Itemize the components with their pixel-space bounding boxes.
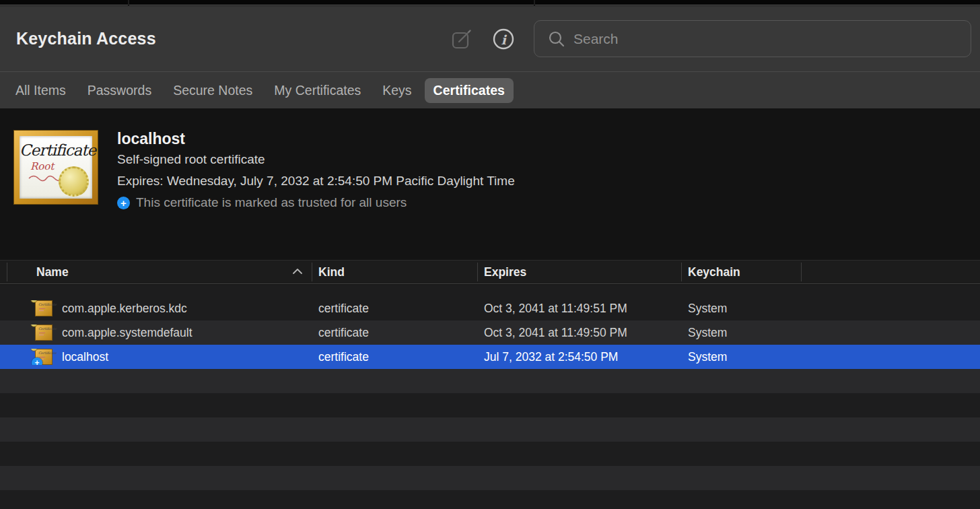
certificate-detail-panel: Certificate Root localhost Self-signed r…	[0, 108, 980, 260]
new-item-button[interactable]	[450, 28, 473, 50]
column-header-kind[interactable]: Kind	[312, 265, 478, 279]
cell-keychain: System	[682, 350, 801, 364]
keychain-access-window: Keychain Access i	[0, 0, 980, 509]
tab-certificates[interactable]: Certificates	[425, 78, 514, 103]
certificate-icon: Certificate	[35, 325, 53, 341]
table-row[interactable]: Certificate com.apple.systemdefaultcerti…	[0, 320, 980, 345]
certificate-expiry: Expires: Wednesday, July 7, 2032 at 2:54…	[117, 170, 515, 192]
column-header-name[interactable]: Name	[0, 265, 312, 279]
row-name-label: com.apple.kerberos.kdc	[62, 302, 187, 316]
compose-icon	[450, 28, 473, 50]
cell-expires: Oct 3, 2041 at 11:49:51 PM	[478, 302, 682, 316]
tab-keys[interactable]: Keys	[382, 83, 411, 98]
cell-name: Certificate +localhost	[0, 349, 312, 365]
toolbar: Keychain Access i	[0, 6, 980, 72]
list-top-spacer	[0, 285, 980, 296]
cell-kind: certificate	[312, 326, 478, 340]
search-input[interactable]	[573, 31, 971, 47]
tab-all-items[interactable]: All Items	[15, 83, 66, 98]
column-header-expires[interactable]: Expires	[478, 265, 682, 279]
tab-passwords[interactable]: Passwords	[88, 83, 151, 98]
category-tabs: All ItemsPasswordsSecure NotesMy Certifi…	[0, 72, 980, 108]
window-title: Keychain Access	[16, 29, 156, 48]
empty-row[interactable]	[0, 466, 980, 490]
column-divider[interactable]	[681, 263, 682, 281]
cell-expires: Oct 3, 2041 at 11:49:50 PM	[478, 326, 682, 340]
empty-row[interactable]	[0, 369, 980, 393]
certificate-name: localhost	[117, 129, 515, 149]
row-name-label: com.apple.systemdefault	[62, 326, 193, 340]
cell-expires: Jul 7, 2032 at 2:54:50 PM	[478, 350, 682, 364]
empty-row[interactable]	[0, 490, 980, 509]
certificate-root-icon: Certificate Root	[13, 130, 98, 205]
svg-text:i: i	[501, 32, 507, 47]
window-seam	[534, 0, 535, 5]
trust-status-label: This certificate is marked as trusted fo…	[136, 192, 407, 213]
table-header: Name Kind Expires Keychain	[0, 260, 980, 284]
search-icon	[548, 30, 565, 48]
column-divider[interactable]	[477, 263, 478, 281]
column-divider[interactable]	[7, 263, 7, 281]
row-name-label: localhost	[62, 350, 108, 364]
plus-badge-icon: +	[32, 358, 42, 365]
column-divider[interactable]	[312, 263, 312, 281]
certificate-list: Certificate com.apple.kerberos.kdccertif…	[0, 285, 980, 509]
empty-row[interactable]	[0, 393, 980, 417]
empty-row[interactable]	[0, 417, 980, 442]
trust-status: + This certificate is marked as trusted …	[117, 192, 515, 213]
tab-my-certificates[interactable]: My Certificates	[274, 83, 361, 98]
cell-kind: certificate	[312, 302, 478, 316]
toolbar-right: i	[450, 6, 980, 71]
cell-keychain: System	[682, 326, 801, 340]
empty-row[interactable]	[0, 442, 980, 466]
column-divider[interactable]	[801, 263, 802, 281]
certificate-icon: Certificate +	[35, 349, 53, 365]
cell-name: Certificate com.apple.kerberos.kdc	[0, 300, 312, 316]
certificate-icon: Certificate	[35, 300, 53, 316]
cell-name: Certificate com.apple.systemdefault	[0, 325, 312, 341]
cell-kind: certificate	[312, 350, 478, 364]
screen-top-edge	[0, 0, 980, 5]
info-button[interactable]: i	[492, 28, 515, 50]
certificate-type: Self-signed root certificate	[117, 149, 515, 170]
cell-keychain: System	[682, 302, 801, 316]
info-icon: i	[492, 28, 515, 50]
tab-secure-notes[interactable]: Secure Notes	[173, 83, 252, 98]
certificate-summary: localhost Self-signed root certificate E…	[117, 129, 515, 213]
window-seam	[128, 0, 129, 5]
gold-seal	[59, 166, 89, 197]
column-header-keychain[interactable]: Keychain	[682, 265, 801, 279]
plus-badge-icon: +	[117, 197, 130, 209]
table-row[interactable]: Certificate +localhostcertificateJul 7, …	[0, 345, 980, 369]
chevron-up-icon	[292, 268, 303, 275]
search-field[interactable]	[534, 20, 971, 57]
table-row[interactable]: Certificate com.apple.kerberos.kdccertif…	[0, 296, 980, 320]
